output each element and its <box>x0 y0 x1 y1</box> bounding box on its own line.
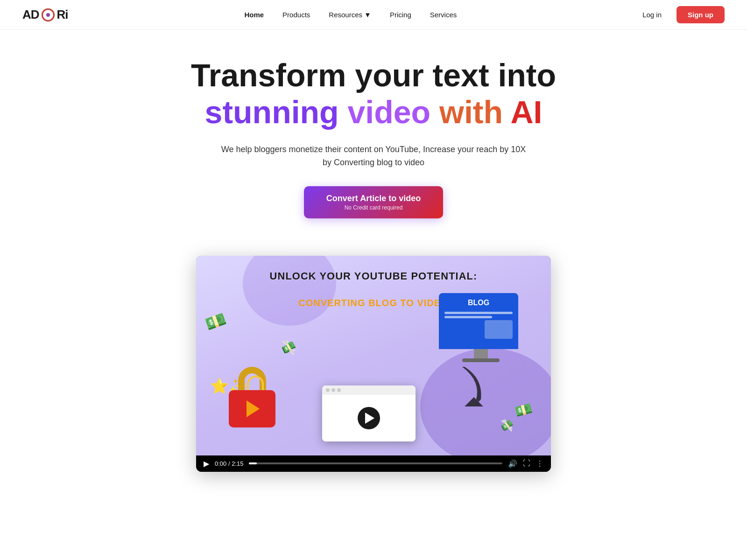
play-triangle-icon <box>365 413 374 424</box>
browser-dot-2 <box>331 388 335 392</box>
more-options-icon[interactable]: ⋮ <box>536 459 543 468</box>
nav-products[interactable]: Products <box>275 7 317 22</box>
video-controls: ▶ 0:00 / 2:15 🔊 ⛶ ⋮ <box>196 455 551 472</box>
fullscreen-icon[interactable]: ⛶ <box>523 459 530 468</box>
play-pause-button[interactable]: ▶ <box>204 459 209 468</box>
progress-bar[interactable] <box>249 462 502 464</box>
logo[interactable]: AD Ri <box>22 7 68 22</box>
volume-icon[interactable]: 🔊 <box>508 459 517 468</box>
monitor-line-1 <box>444 312 513 314</box>
signup-button[interactable]: Sign up <box>677 6 725 23</box>
blog-monitor: BLOG <box>439 293 523 362</box>
browser-content <box>322 395 416 441</box>
hero-title-line1: Transform your text into <box>11 58 736 93</box>
monitor-stand <box>474 349 488 358</box>
logo-icon <box>42 8 55 21</box>
nav-actions: Log in Sign up <box>633 6 725 23</box>
browser-dot-3 <box>337 388 341 392</box>
video-container: Unlock Your YouTube Potential: Convertin… <box>196 256 551 472</box>
browser-bar <box>322 385 416 395</box>
word-ai: AI <box>510 94 542 130</box>
monitor-line-2 <box>444 316 492 318</box>
chevron-down-icon: ▼ <box>364 11 371 19</box>
nav-resources[interactable]: Resources ▼ <box>321 7 379 22</box>
cta-button[interactable]: Convert Article to video No Credit card … <box>304 186 443 218</box>
monitor-screen: BLOG <box>439 293 518 349</box>
navigation: AD Ri Home Products Resources ▼ Pricing … <box>0 0 747 30</box>
play-button-circle <box>358 407 380 429</box>
hero-section: Transform your text into stunning video … <box>0 30 747 237</box>
nav-pricing[interactable]: Pricing <box>382 7 419 22</box>
cta-wrap: Convert Article to video No Credit card … <box>304 186 443 218</box>
hero-title-line2: stunning video with AI <box>11 95 736 130</box>
money-icon-4: 💸 <box>499 418 514 433</box>
browser-mockup <box>322 385 416 441</box>
lock-illustration <box>224 367 280 427</box>
nav-links: Home Products Resources ▼ Pricing Servic… <box>237 7 464 22</box>
monitor-blog-label: BLOG <box>444 299 513 307</box>
word-with: with <box>439 94 503 130</box>
browser-dot-1 <box>326 388 330 392</box>
word-stunning: stunning <box>205 94 339 130</box>
video-thumbnail[interactable]: Unlock Your YouTube Potential: Convertin… <box>196 256 551 455</box>
nav-services[interactable]: Services <box>423 7 465 22</box>
lock-body <box>229 390 275 427</box>
logo-text-post: Ri <box>57 7 68 22</box>
nav-home[interactable]: Home <box>237 7 271 22</box>
cta-sub-text: No Credit card required <box>345 204 403 211</box>
monitor-image <box>485 320 513 339</box>
monitor-lines <box>444 310 513 339</box>
lock-shackle <box>238 367 266 392</box>
thumb-title: Unlock Your YouTube Potential: <box>196 270 551 283</box>
word-video: video <box>348 94 431 130</box>
login-button[interactable]: Log in <box>633 7 671 22</box>
video-time: 0:00 / 2:15 <box>215 460 243 467</box>
hero-title: Transform your text into stunning video … <box>11 58 736 130</box>
arrow-illustration <box>453 362 490 409</box>
lock-play-icon <box>247 400 260 417</box>
logo-text-pre: AD <box>22 7 39 22</box>
video-controls-right: 🔊 ⛶ ⋮ <box>508 459 543 468</box>
cta-main-text: Convert Article to video <box>326 194 421 203</box>
lock-shackle-inner <box>247 376 264 392</box>
hero-subtitle: We help bloggers monetize their content … <box>219 143 528 170</box>
progress-fill <box>249 462 256 464</box>
